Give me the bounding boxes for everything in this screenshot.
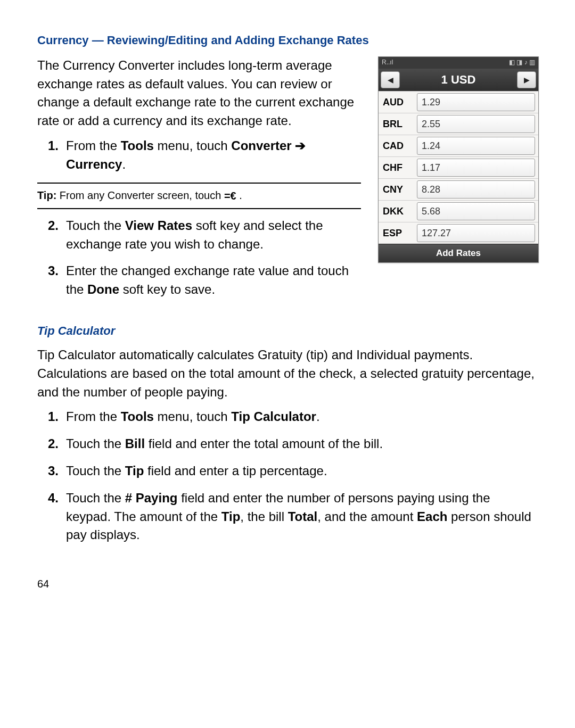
tip-step-4: Touch the # Paying field and enter the n… xyxy=(37,489,538,544)
rate-value-field[interactable]: 2.55 xyxy=(417,115,535,133)
rate-code: AUD xyxy=(379,95,417,109)
tip-step-2: Touch the Bill field and enter the total… xyxy=(37,435,538,453)
phone-screenshot: R..ıl ◧ ◨ ♪ ▥ ◀ 1 USD ▶ AUD1.29BRL2.55CA… xyxy=(378,56,539,263)
status-icons: ◧ ◨ ♪ ▥ xyxy=(509,58,535,67)
section-heading-currency: Currency — Reviewing/Editing and Adding … xyxy=(37,32,538,49)
rate-value-field[interactable]: 8.28 xyxy=(417,180,535,198)
rate-row: CNY8.28 xyxy=(379,178,538,200)
currency-step-1: From the Tools menu, touch Converter ➔ C… xyxy=(37,137,361,174)
rate-code: ESP xyxy=(379,226,417,240)
section-heading-tip-calculator: Tip Calculator xyxy=(37,322,538,340)
rate-value-field[interactable]: 5.68 xyxy=(417,202,535,220)
rate-code: CAD xyxy=(379,139,417,153)
rate-value-field[interactable]: 1.24 xyxy=(417,137,535,155)
tip-step-3: Touch the Tip field and enter a tip perc… xyxy=(37,462,538,481)
rate-code: BRL xyxy=(379,117,417,131)
prev-currency-button[interactable]: ◀ xyxy=(381,71,400,88)
add-rates-softkey[interactable]: Add Rates xyxy=(379,244,538,262)
tip-callout: Tip: From any Converter screen, touch =€… xyxy=(37,183,361,209)
rate-code: CNY xyxy=(379,183,417,196)
page-number: 64 xyxy=(37,576,538,592)
rate-row: DKK5.68 xyxy=(379,200,538,222)
rate-row: CAD1.24 xyxy=(379,135,538,156)
tip-step-1: From the Tools menu, touch Tip Calculato… xyxy=(37,408,538,426)
rate-value-field[interactable]: 1.29 xyxy=(417,93,535,111)
currency-icon: =€ xyxy=(224,188,236,204)
triangle-right-icon: ▶ xyxy=(524,75,530,85)
rate-value-field[interactable]: 127.27 xyxy=(417,224,535,242)
rate-row: BRL2.55 xyxy=(379,113,538,135)
phone-status-bar: R..ıl ◧ ◨ ♪ ▥ xyxy=(379,57,538,69)
tip-calc-intro: Tip Calculator automatically calculates … xyxy=(37,346,538,401)
triangle-left-icon: ◀ xyxy=(388,75,393,85)
rate-code: DKK xyxy=(379,204,417,218)
currency-step-3: Enter the changed exchange rate value an… xyxy=(37,262,361,299)
next-currency-button[interactable]: ▶ xyxy=(517,71,536,88)
currency-step-2: Touch the View Rates soft key and select… xyxy=(37,217,361,254)
rate-value-field[interactable]: 1.17 xyxy=(417,159,535,177)
currency-intro: The Currency Converter includes long-ter… xyxy=(37,56,361,130)
rate-row: CHF1.17 xyxy=(379,156,538,178)
signal-icon: R..ıl xyxy=(382,58,393,67)
rate-row: AUD1.29 xyxy=(379,91,538,113)
rate-row: ESP127.27 xyxy=(379,222,538,244)
phone-title: 1 USD xyxy=(402,71,515,88)
rate-code: CHF xyxy=(379,161,417,175)
rate-list: AUD1.29BRL2.55CAD1.24CHF1.17CNY8.28DKK5.… xyxy=(379,91,538,244)
